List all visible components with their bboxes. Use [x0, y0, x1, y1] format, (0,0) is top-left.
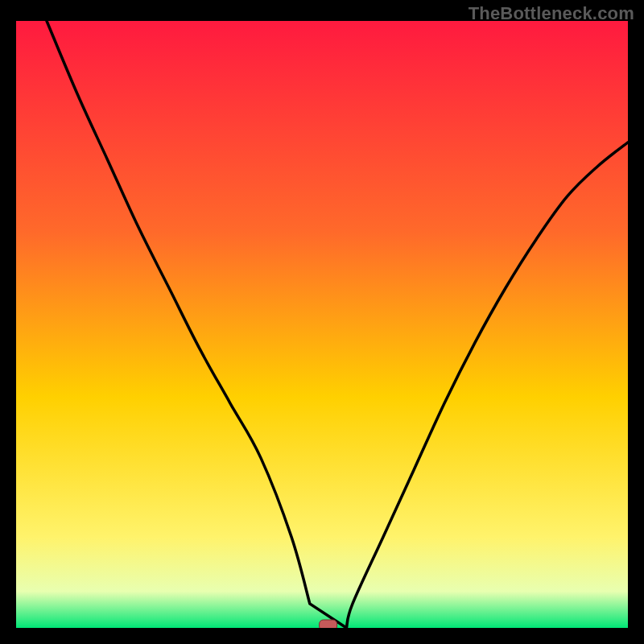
optimum-marker [320, 620, 337, 628]
chart-svg [16, 21, 628, 628]
gradient-background [16, 21, 628, 628]
chart-frame: TheBottleneck.com [0, 0, 644, 644]
plot-area [16, 21, 628, 628]
watermark-text: TheBottleneck.com [469, 3, 634, 24]
